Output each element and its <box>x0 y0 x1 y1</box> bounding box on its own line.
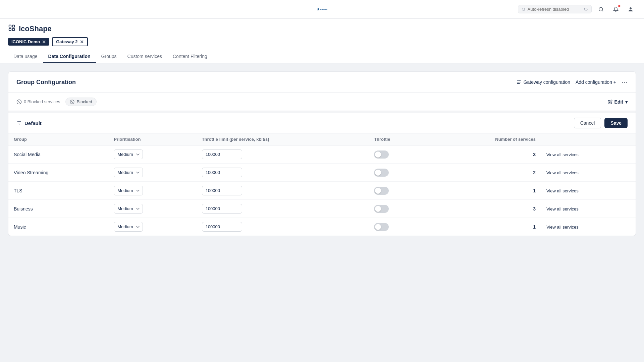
prioritisation-select-1[interactable]: LowMediumHigh <box>114 168 143 177</box>
view-all-services-link-4[interactable]: View all services <box>546 225 579 230</box>
table-header-row: Group Prioritisation Throttle limit (per… <box>8 133 636 145</box>
header: ICOMERA <box>0 0 644 19</box>
gateway-config-button[interactable]: Gateway configuration <box>516 79 570 85</box>
service-count-value-0: 3 <box>533 152 536 157</box>
service-count-cell-1: 2 <box>428 164 541 182</box>
blocked-badge[interactable]: Blocked <box>65 98 96 106</box>
col-throttle: Throttle <box>369 133 428 145</box>
service-count-value-3: 3 <box>533 206 536 212</box>
search-input[interactable] <box>528 7 582 12</box>
prioritisation-select-0[interactable]: LowMediumHigh <box>114 149 143 159</box>
throttle-toggle-cell-0 <box>369 145 428 164</box>
col-throttle-limit: Throttle limit (per service, kbit/s) <box>197 133 369 145</box>
svg-point-1 <box>522 8 525 10</box>
nav-tabs: Data usage Data Configuration Groups Cus… <box>8 50 636 63</box>
blocked-left: 0 Blocked services Blocked <box>16 98 97 106</box>
prioritisation-cell-3: LowMediumHigh <box>108 200 196 218</box>
throttle-toggle-1[interactable] <box>374 169 389 177</box>
tab-groups[interactable]: Groups <box>96 50 122 63</box>
view-all-services-link-3[interactable]: View all services <box>546 206 579 212</box>
table-row: Social MediaLowMediumHigh3View all servi… <box>8 145 636 164</box>
throttle-limit-input-1[interactable] <box>202 168 242 177</box>
throttle-toggle-4[interactable] <box>374 223 389 231</box>
logo: ICOMERA <box>317 4 327 15</box>
blocked-row: 0 Blocked services Blocked Edit ▾ <box>8 93 636 111</box>
save-button[interactable]: Save <box>604 118 628 128</box>
group-config-card: Group Configuration Gateway configuratio… <box>8 71 636 236</box>
breadcrumb-tag-iconic-demo[interactable]: ICONIC Demo ✕ <box>8 38 49 46</box>
throttle-toggle-2[interactable] <box>374 187 389 195</box>
blocked-badge-icon <box>70 100 74 104</box>
view-all-services-link-2[interactable]: View all services <box>546 188 579 193</box>
col-num-services: Number of services <box>428 133 541 145</box>
svg-rect-7 <box>12 28 14 31</box>
prioritisation-select-2[interactable]: LowMediumHigh <box>114 186 143 195</box>
throttle-toggle-0[interactable] <box>374 150 389 159</box>
view-all-cell-2: View all services <box>541 182 636 200</box>
close-iconic-demo-icon[interactable]: ✕ <box>42 40 46 44</box>
search-button[interactable] <box>596 4 606 15</box>
svg-rect-4 <box>9 25 11 27</box>
blocked-count: 0 Blocked services <box>16 99 60 105</box>
svg-rect-6 <box>9 28 11 31</box>
default-section: Default Cancel Save Group Prioritisation… <box>8 113 636 236</box>
more-options-button[interactable]: ⋯ <box>622 78 628 86</box>
tab-data-configuration[interactable]: Data Configuration <box>43 50 96 63</box>
prioritisation-select-3[interactable]: LowMediumHigh <box>114 204 143 214</box>
tab-content-filtering[interactable]: Content Filtering <box>167 50 213 63</box>
group-name-1: Video Streaming <box>8 164 108 182</box>
page-header: IcoShape ICONIC Demo ✕ Gateway 2 ✕ Data … <box>0 19 644 63</box>
close-gateway2-icon[interactable]: ✕ <box>80 40 84 44</box>
table-row: MusicLowMediumHigh1View all services <box>8 218 636 236</box>
group-name-3: Buisness <box>8 200 108 218</box>
main-content: Group Configuration Gateway configuratio… <box>0 63 644 244</box>
edit-pencil-icon <box>608 100 612 104</box>
throttle-toggle-3[interactable] <box>374 205 389 213</box>
default-filter-icon <box>16 120 22 126</box>
throttle-limit-input-3[interactable] <box>202 204 242 214</box>
throttle-limit-input-2[interactable] <box>202 186 242 195</box>
throttle-limit-cell-2 <box>197 182 369 200</box>
default-header: Default Cancel Save <box>8 113 636 133</box>
default-label: Default <box>16 120 42 126</box>
service-count-cell-4: 1 <box>428 218 541 236</box>
col-actions <box>541 133 636 145</box>
view-all-cell-1: View all services <box>541 164 636 182</box>
group-name-2: TLS <box>8 182 108 200</box>
throttle-limit-input-4[interactable] <box>202 222 242 232</box>
cancel-button[interactable]: Cancel <box>574 118 601 128</box>
group-name-0: Social Media <box>8 145 108 164</box>
service-count-cell-2: 1 <box>428 182 541 200</box>
search-bar[interactable] <box>518 5 592 13</box>
breadcrumb-tags: ICONIC Demo ✕ Gateway 2 ✕ <box>8 37 636 46</box>
svg-point-13 <box>518 83 519 84</box>
notification-button[interactable] <box>610 4 621 15</box>
table-row: BuisnessLowMediumHigh3View all services <box>8 200 636 218</box>
service-count-cell-0: 3 <box>428 145 541 164</box>
prioritisation-cell-0: LowMediumHigh <box>108 145 196 164</box>
prioritisation-cell-2: LowMediumHigh <box>108 182 196 200</box>
refresh-icon <box>584 7 588 12</box>
tab-data-usage[interactable]: Data usage <box>8 50 43 63</box>
add-config-button[interactable]: Add configuration + <box>576 79 616 85</box>
user-avatar-button[interactable] <box>625 4 636 15</box>
svg-line-17 <box>71 100 73 103</box>
chevron-down-icon: ▾ <box>625 99 628 105</box>
breadcrumb-tag-gateway2[interactable]: Gateway 2 ✕ <box>52 37 88 46</box>
edit-button[interactable]: Edit ▾ <box>608 99 628 105</box>
card-header: Group Configuration Gateway configuratio… <box>8 72 636 93</box>
view-all-cell-0: View all services <box>541 145 636 164</box>
svg-rect-5 <box>12 25 14 27</box>
view-all-services-link-1[interactable]: View all services <box>546 170 579 175</box>
default-actions: Cancel Save <box>574 118 628 128</box>
throttle-limit-input-0[interactable] <box>202 149 242 159</box>
throttle-limit-cell-1 <box>197 164 369 182</box>
throttle-limit-cell-3 <box>197 200 369 218</box>
prioritisation-select-4[interactable]: LowMediumHigh <box>114 222 143 232</box>
table-row: TLSLowMediumHigh1View all services <box>8 182 636 200</box>
service-count-value-2: 1 <box>533 188 536 193</box>
service-count-cell-3: 3 <box>428 200 541 218</box>
tab-custom-services[interactable]: Custom services <box>122 50 167 63</box>
view-all-services-link-0[interactable]: View all services <box>546 152 579 157</box>
svg-point-12 <box>520 82 521 83</box>
